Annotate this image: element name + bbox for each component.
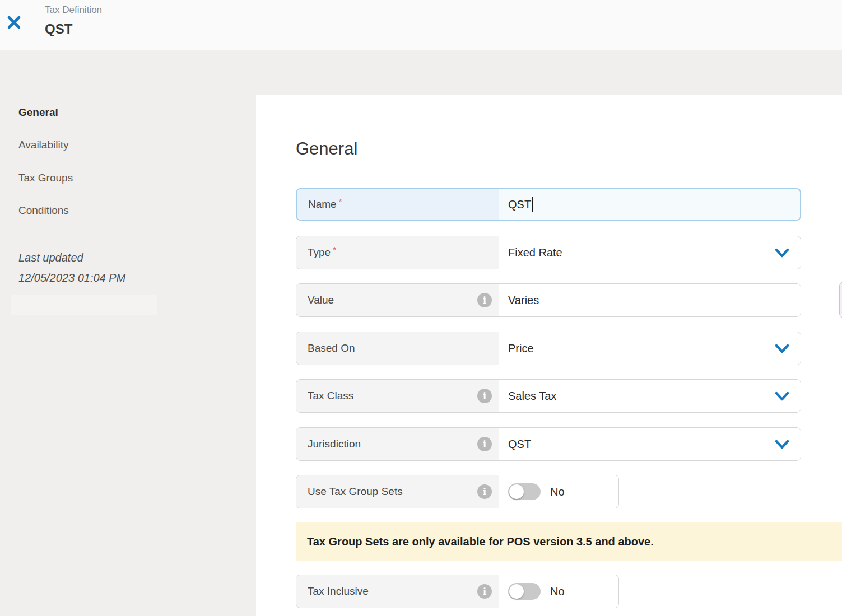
value-label-text: Value <box>308 294 334 306</box>
use-tax-group-sets-label: Use Tax Group Sets i <box>296 475 499 508</box>
toggle-state-label: No <box>550 486 565 498</box>
close-icon <box>6 15 23 30</box>
required-asterisk: * <box>339 197 342 206</box>
chevron-down-icon <box>775 391 789 401</box>
sidebar-divider <box>18 237 224 237</box>
value-field-text: Varies <box>508 294 539 307</box>
required-asterisk: * <box>333 245 336 254</box>
tax-inclusive-control: No <box>499 575 618 608</box>
field-row-name: Name* QST <box>296 188 801 221</box>
type-select-value: Fixed Rate <box>508 246 562 259</box>
section-title: General <box>296 139 357 159</box>
value-label: Value i <box>296 284 499 316</box>
tax-class-label-text: Tax Class <box>308 390 353 402</box>
close-button[interactable] <box>6 14 23 31</box>
info-icon[interactable]: i <box>477 584 492 599</box>
text-caret <box>532 197 533 212</box>
jurisdiction-select-value: QST <box>508 438 531 451</box>
info-icon[interactable]: i <box>477 389 492 403</box>
field-row-use-tax-group-sets: Use Tax Group Sets i No <box>296 475 619 508</box>
name-label: Name* <box>297 189 499 220</box>
type-label-text: Type <box>308 246 331 259</box>
sidebar: General Availability Tax Groups Conditio… <box>0 50 256 616</box>
page-title: QST <box>45 21 72 37</box>
info-icon[interactable]: i <box>477 437 492 451</box>
field-row-jurisdiction: Jurisdiction i QST <box>296 427 801 461</box>
name-input[interactable]: QST <box>499 189 800 220</box>
jurisdiction-label: Jurisdiction i <box>296 428 499 460</box>
tax-class-label: Tax Class i <box>296 380 499 412</box>
toggle-knob <box>509 584 524 599</box>
jurisdiction-select[interactable]: QST <box>499 428 801 460</box>
name-label-text: Name <box>308 198 337 211</box>
per-location-values-button[interactable] <box>839 282 842 318</box>
dialog-header: Tax Definition QST <box>0 0 842 50</box>
field-row-type: Type* Fixed Rate <box>296 236 801 269</box>
type-label: Type* <box>296 236 499 269</box>
info-icon[interactable]: i <box>477 484 492 499</box>
chevron-down-icon <box>775 248 789 258</box>
dialog-subtitle: Tax Definition <box>45 4 102 16</box>
use-tax-group-sets-label-text: Use Tax Group Sets <box>308 486 403 498</box>
info-icon[interactable]: i <box>477 293 492 307</box>
use-tax-group-sets-control: No <box>499 475 618 508</box>
sidebar-item-conditions[interactable]: Conditions <box>18 204 69 217</box>
based-on-select[interactable]: Price <box>499 332 801 365</box>
toggle-state-label: No <box>550 585 565 598</box>
last-updated-label: Last updated <box>18 251 83 264</box>
field-row-value: Value i Varies <box>296 283 801 317</box>
jurisdiction-label-text: Jurisdiction <box>308 438 361 450</box>
notice-text: Tax Group Sets are only available for PO… <box>307 535 654 548</box>
sidebar-item-general[interactable]: General <box>18 106 58 119</box>
tax-inclusive-toggle[interactable] <box>508 583 541 600</box>
value-field[interactable]: Varies <box>499 284 801 316</box>
field-row-based-on: Based On Price <box>296 332 801 365</box>
sidebar-item-availability[interactable]: Availability <box>18 139 68 151</box>
chevron-down-icon <box>775 344 789 353</box>
tax-inclusive-label-text: Tax Inclusive <box>308 585 369 598</box>
name-input-value: QST <box>508 198 531 211</box>
chevron-down-icon <box>775 440 789 449</box>
tax-group-sets-notice: Tax Group Sets are only available for PO… <box>296 522 842 561</box>
based-on-select-value: Price <box>508 342 534 355</box>
field-row-tax-class: Tax Class i Sales Tax <box>296 379 801 413</box>
sidebar-ghost-band <box>11 295 157 315</box>
sidebar-item-tax-groups[interactable]: Tax Groups <box>18 172 73 184</box>
tax-inclusive-label: Tax Inclusive i <box>296 575 499 608</box>
based-on-label: Based On <box>296 332 499 365</box>
tax-class-select-value: Sales Tax <box>508 390 556 403</box>
tax-class-select[interactable]: Sales Tax <box>499 380 801 412</box>
general-section-panel: General Name* QST Type* Fixed Rate Value… <box>256 95 842 616</box>
last-updated-value: 12/05/2023 01:04 PM <box>18 272 125 284</box>
toggle-knob <box>509 484 524 499</box>
use-tax-group-sets-toggle[interactable] <box>508 483 541 500</box>
field-row-tax-inclusive: Tax Inclusive i No <box>296 575 619 608</box>
type-select[interactable]: Fixed Rate <box>499 236 801 269</box>
based-on-label-text: Based On <box>308 342 355 354</box>
